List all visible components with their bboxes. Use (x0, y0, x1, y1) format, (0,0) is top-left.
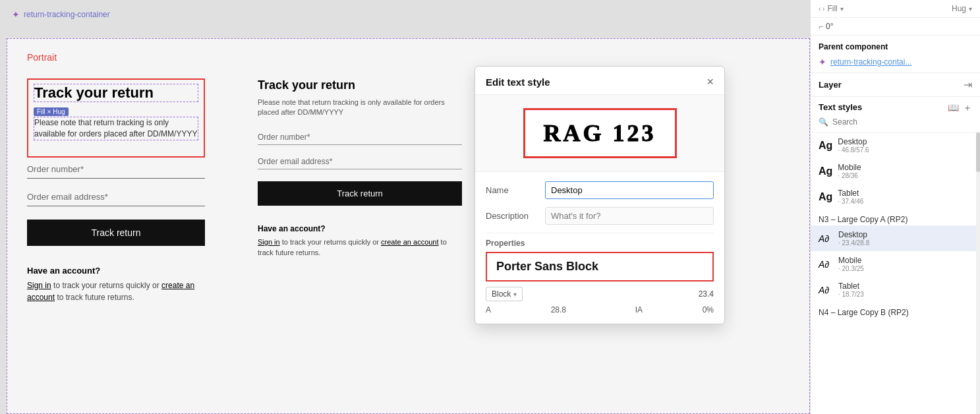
text-styles-list: Ag Desktop · 46.8/57.6 Ag Mobile · 28/36… (811, 133, 980, 414)
description-field-row: Description (486, 207, 714, 225)
left-form-selected: Track your return Fill × Hug Please note… (27, 78, 205, 303)
canvas-area: ✦ return-tracking-container Portrait Tra… (0, 0, 810, 414)
line-height-label: A (486, 305, 491, 314)
ts-name: Desktop (838, 137, 869, 146)
fill-dropdown-arrow: ▾ (840, 5, 844, 13)
modal-close-button[interactable]: × (706, 76, 714, 88)
ts-section-label: N3 – Large Copy A (RP2) (819, 215, 908, 224)
right-have-account-text: Sign in to track your returns quickly or… (258, 237, 462, 258)
ts-name: Mobile (838, 163, 861, 172)
ts-size: · 37.4/46 (838, 198, 863, 205)
ts-ag-script-glyph: A∂ (819, 285, 833, 295)
ts-ag-script-glyph: A∂ (819, 259, 833, 270)
container-label-text: return-tracking-container (24, 10, 110, 19)
ts-info: Mobile · 28/36 (838, 163, 861, 179)
ts-info: Tablet · 37.4/46 (838, 189, 863, 205)
ts-info: Desktop · 23.4/28.8 (838, 230, 869, 247)
modal-header: Edit text style × (475, 67, 724, 95)
portrait-label: Portrait (27, 52, 57, 63)
right-sign-in-link[interactable]: Sign in (258, 238, 280, 246)
ts-size: · 18.7/23 (838, 291, 864, 298)
fill-hug-wrapper: Fill × Hug (34, 105, 198, 117)
ts-size: · 23.4/28.8 (838, 239, 869, 247)
form-subtitle: Please note that return tracking is only… (34, 117, 198, 140)
ts-item-desktop-main[interactable]: Ag Desktop · 46.8/57.6 (811, 133, 980, 158)
text-styles-actions: 📖 ＋ (948, 103, 972, 112)
ts-item-tablet-script[interactable]: A∂ Tablet · 18.7/23 (811, 277, 980, 303)
form-title-wrapper: Track your return Fill × Hug Please note… (27, 78, 205, 158)
ts-item-mobile-script[interactable]: A∂ Mobile · 20.3/25 (811, 251, 980, 277)
right-preview-form: Track your return Please note that retur… (258, 78, 462, 258)
ts-size: · 28/36 (838, 172, 861, 179)
modal-body: Name Description Properties Porter Sans … (475, 172, 724, 324)
right-have-account: Have an account? Sign in to track your r… (258, 224, 462, 258)
letter-spacing-label: IA (635, 305, 643, 314)
ts-item-desktop-script[interactable]: A∂ Desktop · 23.4/28.8 (811, 225, 980, 251)
right-form-subtitle: Please note that return tracking is only… (258, 98, 462, 118)
parent-component-title: Parent component (811, 36, 980, 54)
ts-section-label: N4 – Large Copy B (RP2) (819, 308, 909, 317)
angle-row: ⌐ 0° (811, 18, 980, 36)
ts-ag-glyph: Ag (819, 165, 832, 177)
component-icon: ✦ (12, 9, 20, 20)
right-track-button[interactable]: Track return (258, 181, 462, 206)
scrollbar-track[interactable] (976, 133, 980, 414)
modal-preview: RAG 123 (475, 95, 724, 172)
ts-item-tablet-main[interactable]: Ag Tablet · 37.4/46 (811, 184, 980, 210)
fill-hug-panel-row: ‹ › Fill ▾ Hug ▾ (811, 0, 980, 18)
name-field-row: Name (486, 181, 714, 199)
search-box: 🔍 (811, 115, 980, 133)
scrollbar-thumb (976, 133, 980, 172)
modal-bottom-row: A 28.8 IA 0% (486, 301, 714, 314)
have-account-section: Have an account? Sign in to track your r… (27, 266, 205, 303)
ts-info: Mobile · 20.3/25 (838, 256, 864, 272)
container-label: ✦ return-tracking-container (12, 9, 110, 20)
ts-size: · 20.3/25 (838, 265, 864, 272)
edit-text-style-modal: Edit text style × RAG 123 Name Descripti… (475, 66, 725, 324)
right-panel: ‹ › Fill ▾ Hug ▾ ⌐ 0° Parent component ✦… (810, 0, 980, 414)
ts-ag-glyph: Ag (819, 140, 832, 152)
sign-in-link[interactable]: Sign in (27, 281, 51, 290)
right-create-account-link[interactable]: create an account (381, 238, 438, 246)
description-input[interactable] (545, 207, 714, 225)
ts-name: Desktop (838, 230, 869, 239)
layer-section: Layer ⇥ (811, 73, 980, 97)
ts-size: · 46.8/57.6 (838, 146, 869, 154)
preview-text: RAG 123 (523, 108, 677, 158)
properties-label: Properties (486, 233, 714, 252)
ts-section-n4: N4 – Large Copy B (RP2) (811, 303, 980, 318)
right-form-title: Track your return (258, 78, 462, 92)
component-star-icon: ✦ (819, 57, 826, 67)
text-styles-header: Text styles 📖 ＋ (811, 97, 980, 115)
font-family-display: Porter Sans Block (486, 252, 714, 281)
form-title[interactable]: Track your return (34, 84, 198, 102)
ts-info: Tablet · 18.7/23 (838, 281, 864, 298)
font-size-value: 23.4 (699, 289, 714, 299)
search-input[interactable] (832, 117, 972, 127)
text-styles-title: Text styles (819, 102, 862, 112)
name-label: Name (486, 185, 545, 195)
dropdown-arrow: ▾ (513, 291, 517, 298)
text-styles-book-icon[interactable]: 📖 (948, 103, 959, 112)
name-input[interactable] (545, 181, 714, 199)
right-have-account-title: Have an account? (258, 224, 462, 233)
order-email-field[interactable]: Order email address* (27, 189, 205, 206)
text-styles-add-button[interactable]: ＋ (963, 103, 972, 112)
font-style-select[interactable]: Block ▾ (486, 287, 523, 301)
right-order-number[interactable]: Order number* (258, 130, 462, 145)
right-order-email[interactable]: Order email address* (258, 154, 462, 169)
track-return-button[interactable]: Track return (27, 220, 205, 246)
fill-dropdown[interactable]: ‹ › Fill ▾ (819, 4, 844, 13)
order-number-field[interactable]: Order number* (27, 162, 205, 179)
search-icon: 🔍 (819, 117, 828, 127)
font-style-row: Block ▾ 23.4 (486, 287, 714, 301)
component-name[interactable]: return-tracking-contai... (830, 57, 911, 67)
hug-dropdown[interactable]: Hug ▾ (952, 4, 972, 13)
corner-icon: ⌐ (819, 22, 823, 31)
layer-arrow-icon[interactable]: ⇥ (964, 78, 972, 91)
ts-ag-glyph: Ag (819, 191, 832, 203)
ts-item-mobile-main[interactable]: Ag Mobile · 28/36 (811, 158, 980, 184)
ts-info: Desktop · 46.8/57.6 (838, 137, 869, 154)
have-account-title: Have an account? (27, 266, 205, 276)
hug-dropdown-arrow: ▾ (969, 5, 972, 13)
